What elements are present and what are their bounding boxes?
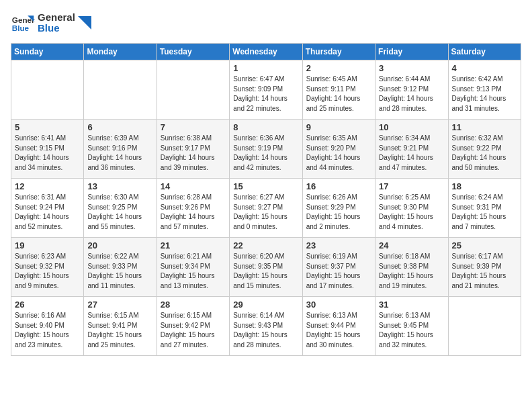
day-number: 2 [306,63,371,73]
day-info: Sunrise: 6:13 AM Sunset: 9:45 PM Dayligh… [379,311,444,350]
day-cell [84,60,157,120]
day-cell: 2Sunrise: 6:45 AM Sunset: 9:11 PM Daylig… [302,60,375,120]
day-number: 3 [379,63,444,73]
day-number: 19 [15,240,80,250]
day-number: 25 [452,240,517,250]
week-row-0: 1Sunrise: 6:47 AM Sunset: 9:09 PM Daylig… [11,60,521,120]
logo-text-general: General [38,12,75,24]
day-info: Sunrise: 6:34 AM Sunset: 9:21 PM Dayligh… [379,134,444,173]
day-info: Sunrise: 6:44 AM Sunset: 9:12 PM Dayligh… [379,75,444,113]
day-cell: 12Sunrise: 6:31 AM Sunset: 9:24 PM Dayli… [11,179,84,238]
day-number: 7 [161,122,226,132]
header-saturday: Saturday [448,44,521,60]
header-sunday: Sunday [11,44,84,60]
week-row-3: 19Sunrise: 6:23 AM Sunset: 9:32 PM Dayli… [11,238,521,297]
header-monday: Monday [84,44,157,60]
day-cell: 13Sunrise: 6:30 AM Sunset: 9:25 PM Dayli… [84,179,157,238]
day-info: Sunrise: 6:18 AM Sunset: 9:38 PM Dayligh… [379,252,444,291]
day-cell [157,60,229,120]
day-number: 6 [87,122,152,132]
day-info: Sunrise: 6:17 AM Sunset: 9:39 PM Dayligh… [452,252,517,291]
day-info: Sunrise: 6:22 AM Sunset: 9:33 PM Dayligh… [87,252,152,291]
day-info: Sunrise: 6:16 AM Sunset: 9:40 PM Dayligh… [15,311,80,350]
day-cell: 1Sunrise: 6:47 AM Sunset: 9:09 PM Daylig… [230,60,302,120]
day-cell: 17Sunrise: 6:25 AM Sunset: 9:30 PM Dayli… [375,179,448,238]
day-number: 28 [161,300,226,310]
day-cell: 19Sunrise: 6:23 AM Sunset: 9:32 PM Dayli… [11,238,84,297]
day-cell: 28Sunrise: 6:15 AM Sunset: 9:42 PM Dayli… [157,297,229,356]
day-info: Sunrise: 6:24 AM Sunset: 9:31 PM Dayligh… [452,193,517,232]
header-tuesday: Tuesday [157,44,229,60]
logo-text-blue: Blue [38,23,75,34]
day-number: 13 [87,181,152,191]
day-cell: 3Sunrise: 6:44 AM Sunset: 9:12 PM Daylig… [375,60,448,120]
day-info: Sunrise: 6:36 AM Sunset: 9:19 PM Dayligh… [233,134,298,173]
day-cell [448,297,521,356]
day-info: Sunrise: 6:39 AM Sunset: 9:16 PM Dayligh… [87,134,152,173]
day-info: Sunrise: 6:35 AM Sunset: 9:20 PM Dayligh… [306,134,371,173]
day-info: Sunrise: 6:27 AM Sunset: 9:27 PM Dayligh… [233,193,298,232]
day-number: 23 [306,240,371,250]
day-info: Sunrise: 6:42 AM Sunset: 9:13 PM Dayligh… [452,75,517,113]
page-header: General Blue General Blue [11,11,521,35]
day-info: Sunrise: 6:14 AM Sunset: 9:43 PM Dayligh… [233,311,298,350]
day-cell: 5Sunrise: 6:41 AM Sunset: 9:15 PM Daylig… [11,120,84,179]
day-cell: 11Sunrise: 6:32 AM Sunset: 9:22 PM Dayli… [448,120,521,179]
day-cell: 8Sunrise: 6:36 AM Sunset: 9:19 PM Daylig… [230,120,302,179]
svg-text:Blue: Blue [12,24,30,32]
day-number: 9 [306,122,371,132]
day-cell: 30Sunrise: 6:13 AM Sunset: 9:44 PM Dayli… [302,297,375,356]
day-cell: 24Sunrise: 6:18 AM Sunset: 9:38 PM Dayli… [375,238,448,297]
calendar-table: SundayMondayTuesdayWednesdayThursdayFrid… [11,43,521,356]
day-cell: 27Sunrise: 6:15 AM Sunset: 9:41 PM Dayli… [84,297,157,356]
day-cell: 25Sunrise: 6:17 AM Sunset: 9:39 PM Dayli… [448,238,521,297]
day-number: 1 [233,63,298,73]
day-cell: 29Sunrise: 6:14 AM Sunset: 9:43 PM Dayli… [230,297,302,356]
day-info: Sunrise: 6:15 AM Sunset: 9:41 PM Dayligh… [87,311,152,350]
day-cell: 10Sunrise: 6:34 AM Sunset: 9:21 PM Dayli… [375,120,448,179]
day-number: 31 [379,300,444,310]
day-info: Sunrise: 6:26 AM Sunset: 9:29 PM Dayligh… [306,193,371,232]
day-number: 26 [15,300,80,310]
day-number: 20 [87,240,152,250]
day-number: 24 [379,240,444,250]
day-number: 27 [87,300,152,310]
week-row-2: 12Sunrise: 6:31 AM Sunset: 9:24 PM Dayli… [11,179,521,238]
day-number: 30 [306,300,371,310]
day-number: 8 [233,122,298,132]
day-cell: 22Sunrise: 6:20 AM Sunset: 9:35 PM Dayli… [230,238,302,297]
day-info: Sunrise: 6:13 AM Sunset: 9:44 PM Dayligh… [306,311,371,350]
day-info: Sunrise: 6:28 AM Sunset: 9:26 PM Dayligh… [161,193,226,232]
day-number: 18 [452,181,517,191]
day-number: 10 [379,122,444,132]
day-cell: 21Sunrise: 6:21 AM Sunset: 9:34 PM Dayli… [157,238,229,297]
week-row-4: 26Sunrise: 6:16 AM Sunset: 9:40 PM Dayli… [11,297,521,356]
header-friday: Friday [375,44,448,60]
day-cell: 4Sunrise: 6:42 AM Sunset: 9:13 PM Daylig… [448,60,521,120]
day-number: 5 [15,122,80,132]
day-info: Sunrise: 6:41 AM Sunset: 9:15 PM Dayligh… [15,134,80,173]
calendar-body: 1Sunrise: 6:47 AM Sunset: 9:09 PM Daylig… [11,60,521,356]
day-cell: 16Sunrise: 6:26 AM Sunset: 9:29 PM Dayli… [302,179,375,238]
day-cell: 6Sunrise: 6:39 AM Sunset: 9:16 PM Daylig… [84,120,157,179]
day-cell: 31Sunrise: 6:13 AM Sunset: 9:45 PM Dayli… [375,297,448,356]
day-number: 29 [233,300,298,310]
day-info: Sunrise: 6:15 AM Sunset: 9:42 PM Dayligh… [161,311,226,350]
day-number: 14 [161,181,226,191]
day-cell: 15Sunrise: 6:27 AM Sunset: 9:27 PM Dayli… [230,179,302,238]
day-info: Sunrise: 6:23 AM Sunset: 9:32 PM Dayligh… [15,252,80,291]
day-number: 17 [379,181,444,191]
logo-icon: General Blue [11,11,35,35]
day-number: 11 [452,122,517,132]
week-row-1: 5Sunrise: 6:41 AM Sunset: 9:15 PM Daylig… [11,120,521,179]
day-cell: 14Sunrise: 6:28 AM Sunset: 9:26 PM Dayli… [157,179,229,238]
day-info: Sunrise: 6:32 AM Sunset: 9:22 PM Dayligh… [452,134,517,173]
day-number: 22 [233,240,298,250]
header-wednesday: Wednesday [230,44,302,60]
day-number: 21 [161,240,226,250]
day-info: Sunrise: 6:31 AM Sunset: 9:24 PM Dayligh… [15,193,80,232]
day-info: Sunrise: 6:19 AM Sunset: 9:37 PM Dayligh… [306,252,371,291]
day-number: 4 [452,63,517,73]
day-cell: 23Sunrise: 6:19 AM Sunset: 9:37 PM Dayli… [302,238,375,297]
day-info: Sunrise: 6:30 AM Sunset: 9:25 PM Dayligh… [87,193,152,232]
